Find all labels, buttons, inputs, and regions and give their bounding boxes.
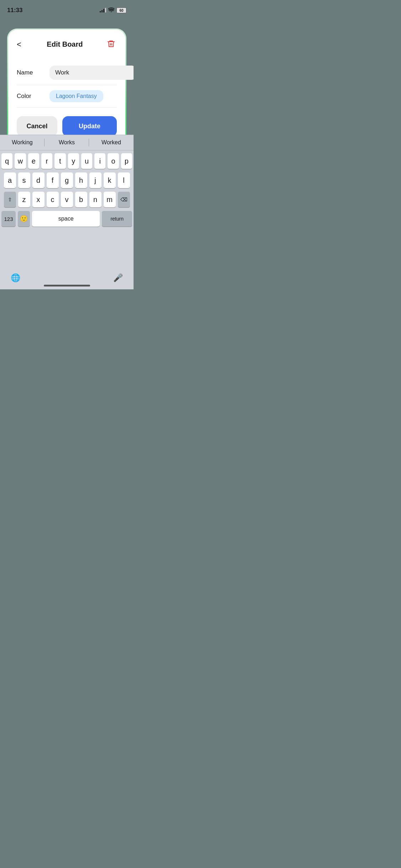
home-indicator — [44, 285, 90, 286]
return-key[interactable]: return — [102, 211, 132, 227]
edit-board-dialog: < Edit Board Name Color Lagoon Fantasy C… — [7, 29, 126, 148]
name-input[interactable] — [50, 66, 134, 80]
bottom-bar: 🌐 🎤 — [0, 270, 134, 289]
autocomplete-works[interactable]: Works — [45, 136, 89, 149]
color-row: Color Lagoon Fantasy — [17, 85, 117, 108]
delete-button[interactable] — [105, 38, 117, 51]
battery-icon: 60 — [116, 7, 126, 13]
status-icons: 60 — [100, 7, 126, 13]
status-time: 11:33 — [7, 7, 22, 14]
shift-key[interactable]: ⇧ — [4, 192, 16, 207]
autocomplete-working[interactable]: Working — [0, 136, 45, 149]
mic-icon[interactable]: 🎤 — [113, 273, 123, 283]
key-n[interactable]: n — [89, 192, 101, 207]
key-w[interactable]: w — [15, 153, 26, 169]
key-d[interactable]: d — [32, 172, 45, 188]
globe-icon[interactable]: 🌐 — [11, 273, 20, 283]
autocomplete-worked[interactable]: Worked — [89, 136, 134, 149]
key-i[interactable]: i — [94, 153, 105, 169]
dialog-buttons: Cancel Update — [17, 116, 117, 136]
key-q[interactable]: q — [1, 153, 12, 169]
key-j[interactable]: j — [89, 172, 101, 188]
key-row-3: ⇧ z x c v b n m ⌫ — [1, 192, 132, 207]
key-c[interactable]: c — [47, 192, 59, 207]
key-b[interactable]: b — [75, 192, 87, 207]
cancel-button[interactable]: Cancel — [17, 116, 57, 136]
key-k[interactable]: k — [104, 172, 116, 188]
key-x[interactable]: x — [32, 192, 45, 207]
key-h[interactable]: h — [75, 172, 87, 188]
dialog-header: < Edit Board — [17, 38, 117, 51]
key-row-4: 123 🙂 space return — [1, 211, 132, 227]
dialog-title: Edit Board — [24, 40, 105, 48]
color-selector[interactable]: Lagoon Fantasy — [50, 90, 103, 102]
keyboard: q w e r t y u i o p a s d f g h j k l ⇧ … — [0, 150, 134, 289]
key-g[interactable]: g — [61, 172, 73, 188]
name-label: Name — [17, 69, 45, 76]
delete-key[interactable]: ⌫ — [118, 192, 130, 207]
key-z[interactable]: z — [18, 192, 30, 207]
name-row: Name — [17, 61, 117, 85]
wifi-icon — [108, 7, 114, 13]
key-a[interactable]: a — [4, 172, 16, 188]
key-o[interactable]: o — [108, 153, 119, 169]
key-e[interactable]: e — [28, 153, 39, 169]
key-v[interactable]: v — [61, 192, 73, 207]
autocomplete-bar: Working Works Worked — [0, 135, 134, 150]
key-u[interactable]: u — [81, 153, 92, 169]
key-t[interactable]: t — [54, 153, 66, 169]
key-p[interactable]: p — [121, 153, 132, 169]
color-label: Color — [17, 93, 45, 100]
key-l[interactable]: l — [118, 172, 130, 188]
back-button[interactable]: < — [17, 38, 24, 51]
num-key[interactable]: 123 — [1, 211, 16, 227]
status-bar: 11:33 60 — [0, 0, 134, 16]
key-f[interactable]: f — [47, 172, 59, 188]
key-m[interactable]: m — [104, 192, 116, 207]
emoji-key[interactable]: 🙂 — [18, 211, 30, 227]
key-r[interactable]: r — [41, 153, 52, 169]
key-row-2: a s d f g h j k l — [1, 172, 132, 188]
trash-icon — [107, 40, 115, 48]
key-row-1: q w e r t y u i o p — [1, 153, 132, 169]
key-y[interactable]: y — [68, 153, 79, 169]
update-button[interactable]: Update — [62, 116, 117, 136]
space-key[interactable]: space — [32, 211, 100, 227]
signal-icon — [100, 8, 106, 12]
key-s[interactable]: s — [18, 172, 30, 188]
